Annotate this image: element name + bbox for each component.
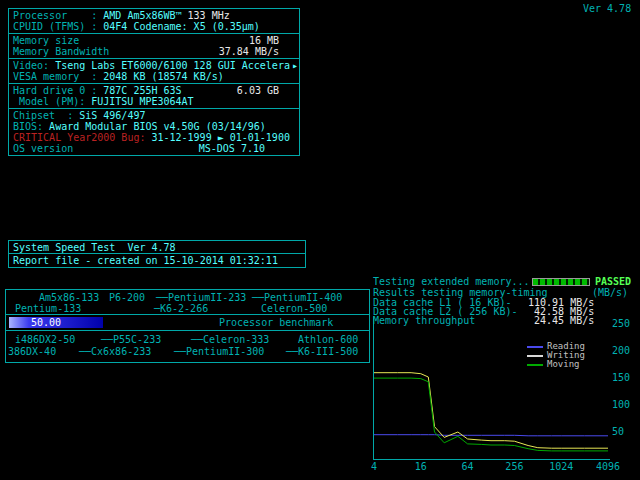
- memtest-progress-bar: [532, 278, 590, 286]
- chart-unit-label: (MB/s): [592, 287, 628, 298]
- benchmark-divider-bottom: [6, 330, 369, 331]
- x-tick-label: 256: [505, 462, 523, 472]
- os-label: OS version: [13, 143, 73, 154]
- chart-line-moving: [374, 378, 608, 451]
- vesa-row: VESA memory :2048 KB (18574 KB/s): [9, 71, 299, 82]
- x-tick-label: 4096: [596, 462, 620, 472]
- memory-section: Memory size16 MB Memory Bandwidth37.84 M…: [9, 34, 299, 59]
- cpuid-row: CPUID (TFMS) :04F4 Codename: X5 (0.35μm): [9, 21, 299, 32]
- video-row: Video:Tseng Labs ET6000/6100 128 GUI Acc…: [9, 60, 299, 71]
- cpu-label-p6-200: P6-200: [109, 292, 145, 303]
- x-tick-label: 64: [462, 462, 474, 472]
- legend-item-moving: Moving: [527, 360, 585, 369]
- processor-row: Processor :AMD Am5x86WB™133 MHz: [9, 10, 299, 21]
- y-tick-label: 150: [612, 373, 630, 383]
- chart-line-writing: [374, 373, 608, 449]
- legend-swatch-reading: [527, 346, 543, 348]
- processor-speed: 133 MHz: [188, 10, 230, 21]
- benchmark-score: 50.00: [31, 317, 61, 328]
- cpu-label-p55c-233: ──P55C-233: [101, 334, 161, 345]
- os-value: MS-DOS 7.10: [199, 143, 265, 154]
- os-row: OS versionMS-DOS 7.10: [9, 143, 299, 154]
- benchmark-score-bar: 50.00: [9, 317, 103, 328]
- cpu-label-386dx-40: 386DX-40: [8, 346, 56, 357]
- chipset-bios-section: Chipset :SiS 496/497 BIOS:Award Modular …: [9, 109, 299, 155]
- x-tick-label: 1024: [549, 462, 573, 472]
- harddrive-section: Hard drive 0 :787C 255H 63S 6.03 GB Mode…: [9, 84, 299, 109]
- hdd-label: Hard drive 0 :: [13, 85, 97, 96]
- cpu-label-k6-iii-500: ──K6-III-500: [286, 346, 358, 357]
- hdd-model-row: Model (PM):FUJITSU MPE3064AT: [9, 96, 299, 107]
- app-title: System Speed Test Ver 4.78: [9, 241, 305, 254]
- y2k-dates: 31-12-1999 ► 01-01-1900: [151, 132, 289, 143]
- memory-bandwidth-row: Memory Bandwidth37.84 MB/s: [9, 46, 299, 57]
- version-label: Ver 4.78: [583, 3, 631, 14]
- cpu-label-i486dx2-50: i486DX2-50: [15, 334, 75, 345]
- y-tick-label: 200: [612, 346, 630, 356]
- memtest-status-result: PASSED: [595, 276, 631, 287]
- cpu-label-athlon-600: Athlon-600: [298, 334, 358, 345]
- cpu-label-pentiumii-300: ──PentiumII-300: [174, 346, 264, 357]
- chart-line-reading: [374, 435, 608, 436]
- system-info-panel: Processor :AMD Am5x86WB™133 MHz CPUID (T…: [8, 8, 300, 156]
- y-tick-label: 250: [612, 319, 630, 329]
- hdd-row: Hard drive 0 :787C 255H 63S 6.03 GB: [9, 85, 299, 96]
- report-file-info: Report file - created on 15-10-2014 01:3…: [9, 254, 305, 267]
- bios-value: Award Modular BIOS v4.50G (03/14/96): [49, 121, 266, 132]
- benchmark-title: Processor benchmark: [219, 317, 333, 328]
- vesa-label: VESA memory :: [13, 71, 97, 82]
- cpuid-label: CPUID (TFMS) :: [13, 21, 97, 32]
- cpu-label-pentiumii-400: ──PentiumII-400: [252, 292, 342, 303]
- chart-legend: ReadingWritingMoving: [527, 342, 585, 369]
- y2k-bug-row: CRITICAL Year2000 Bug:31-12-1999 ► 01-01…: [9, 132, 299, 143]
- cpu-label-pentium-133: Pentium-133: [15, 303, 81, 314]
- x-tick-label: 4: [371, 462, 377, 472]
- chipset-label: Chipset :: [13, 110, 73, 121]
- memtest-status-label: Testing extended memory...: [373, 276, 530, 287]
- memory-timing-chart: [374, 316, 608, 459]
- cpu-section: Processor :AMD Am5x86WB™133 MHz CPUID (T…: [9, 9, 299, 34]
- hdd-size: 6.03 GB: [237, 85, 279, 96]
- cpu-label-celeron-333: ──Celeron-333: [191, 334, 269, 345]
- processor-value: AMD Am5x86WB™: [103, 10, 181, 21]
- hdd-model-value: FUJITSU MPE3064AT: [91, 96, 193, 107]
- speedtest-title-box: System Speed Test Ver 4.78 Report file -…: [8, 240, 306, 268]
- cpuid-value: 04F4 Codename: X5 (0.35μm): [103, 21, 260, 32]
- cpu-label-k6-2-266: ─K6-2-266: [154, 303, 208, 314]
- memory-size-label: Memory size: [13, 35, 79, 46]
- memory-bandwidth-value: 37.84 MB/s: [219, 46, 279, 57]
- text-overflow-arrow-icon: ▸: [292, 60, 298, 71]
- benchmark-divider-top: [6, 314, 369, 315]
- cpu-label-celeron-500: Celeron-500: [261, 303, 327, 314]
- y-tick-label: 50: [612, 427, 624, 437]
- cpu-label-pentiumii-233: ──PentiumII-233: [156, 292, 246, 303]
- video-value: Tseng Labs ET6000/6100 128 GUI Accelera: [55, 60, 290, 71]
- legend-swatch-moving: [527, 364, 543, 366]
- cpu-label-cx6x86-233: ──Cx6x86-233: [79, 346, 151, 357]
- cpu-label-am5x86-133: Am5x86-133: [39, 292, 99, 303]
- legend-swatch-writing: [527, 355, 543, 357]
- memory-bandwidth-label: Memory Bandwidth: [13, 46, 109, 57]
- processor-label: Processor :: [13, 10, 97, 21]
- system-speed-test-screen: { "version_label": "Ver 4.78", "info": {…: [0, 0, 640, 480]
- benchmark-panel: Am5x86-133 P6-200 ──PentiumII-233 ──Pent…: [5, 289, 370, 363]
- chipset-value: SiS 496/497: [79, 110, 145, 121]
- bios-label: BIOS:: [13, 121, 43, 132]
- x-tick-label: 16: [415, 462, 427, 472]
- y2k-warning-label: CRITICAL Year2000 Bug:: [13, 132, 145, 143]
- y-tick-label: 100: [612, 400, 630, 410]
- video-section: Video:Tseng Labs ET6000/6100 128 GUI Acc…: [9, 59, 299, 84]
- bios-row: BIOS:Award Modular BIOS v4.50G (03/14/96…: [9, 121, 299, 132]
- hdd-model-label: Model (PM):: [19, 96, 85, 107]
- chart-x-axis: [373, 459, 610, 460]
- legend-label-moving: Moving: [547, 360, 580, 369]
- vesa-value: 2048 KB (18574 KB/s): [103, 71, 223, 82]
- chipset-row: Chipset :SiS 496/497: [9, 110, 299, 121]
- memory-size-value: 16 MB: [249, 35, 279, 46]
- hdd-geometry: 787C 255H 63S: [103, 85, 181, 96]
- video-label: Video:: [13, 60, 49, 71]
- memory-size-row: Memory size16 MB: [9, 35, 299, 46]
